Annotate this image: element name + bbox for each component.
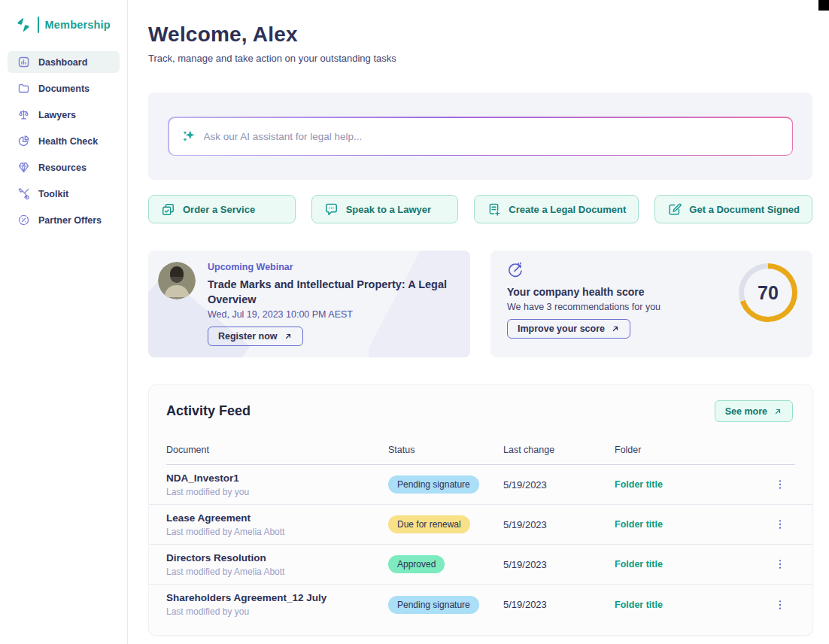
status-badge: Pending signature bbox=[388, 596, 479, 614]
quick-actions-row: Order a Service Speak to a Lawyer Create… bbox=[148, 195, 812, 223]
improve-score-label: Improve your score bbox=[518, 324, 605, 334]
health-score-ring-inner: 70 bbox=[744, 269, 792, 317]
document-title: Directors Resolution bbox=[166, 552, 388, 564]
document-title: Shareholders Agreement_12 July bbox=[166, 592, 388, 603]
last-change-date: 5/19/2023 bbox=[503, 599, 615, 610]
webinar-eyebrow: Upcoming Webinar bbox=[208, 262, 456, 272]
order-service-icon bbox=[161, 202, 175, 217]
create-legal-document-button[interactable]: Create a Legal Document bbox=[474, 195, 639, 223]
quick-action-label: Speak to a Lawyer bbox=[346, 204, 431, 215]
document-modified: Last modified by you bbox=[166, 487, 388, 497]
table-row: NDA_Investor1 Last modified by you Pendi… bbox=[149, 465, 812, 505]
sidebar-nav: Dashboard Documents Lawyers Health Check bbox=[0, 51, 127, 231]
app-logo[interactable]: Membership bbox=[0, 17, 127, 33]
chat-bubble-icon bbox=[324, 202, 339, 217]
order-service-button[interactable]: Order a Service bbox=[148, 195, 296, 223]
table-row: Lease Agreement Last modified by Amelia … bbox=[149, 505, 812, 545]
document-modified: Last modified by Amelia Abott bbox=[166, 527, 388, 537]
table-row: Directors Resolution Last modified by Am… bbox=[149, 545, 812, 585]
ai-assistant-input[interactable] bbox=[169, 118, 792, 155]
webinar-title: Trade Marks and Intellectual Property: A… bbox=[208, 277, 456, 307]
page-subtitle: Track, manage and take action on your ou… bbox=[148, 53, 812, 64]
sidebar-item-toolkit[interactable]: Toolkit bbox=[8, 183, 120, 205]
webinar-body: Upcoming Webinar Trade Marks and Intelle… bbox=[208, 262, 456, 346]
folder-link[interactable]: Folder title bbox=[615, 559, 773, 570]
webinar-speaker-avatar bbox=[158, 262, 196, 299]
health-score-value: 70 bbox=[758, 282, 779, 304]
register-now-button[interactable]: Register now bbox=[208, 327, 303, 346]
ai-assistant-panel bbox=[148, 93, 812, 180]
table-header-row: Document Status Last change Folder bbox=[149, 445, 812, 455]
folder-link[interactable]: Folder title bbox=[615, 519, 773, 530]
folder-link[interactable]: Folder title bbox=[615, 479, 773, 490]
activity-feed-card: Activity Feed See more Document Status L… bbox=[148, 384, 813, 636]
sidebar-item-label: Health Check bbox=[38, 136, 98, 147]
last-change-date: 5/19/2023 bbox=[503, 559, 615, 570]
page-title: Welcome, Alex bbox=[148, 23, 812, 47]
kebab-menu-icon[interactable] bbox=[773, 557, 787, 571]
sidebar-item-dashboard[interactable]: Dashboard bbox=[8, 51, 120, 73]
sidebar-item-health-check[interactable]: Health Check bbox=[8, 130, 120, 152]
ai-sparkle-icon bbox=[181, 129, 196, 144]
folder-icon bbox=[17, 82, 30, 95]
document-title: NDA_Investor1 bbox=[166, 472, 388, 484]
sidebar-item-resources[interactable]: Resources bbox=[8, 156, 120, 178]
logo-divider bbox=[38, 17, 39, 33]
status-badge: Approved bbox=[388, 555, 445, 573]
sidebar-item-partner-offers[interactable]: Partner Offers bbox=[8, 209, 120, 231]
improve-score-button[interactable]: Improve your score bbox=[507, 319, 630, 339]
sidebar-item-label: Partner Offers bbox=[38, 215, 102, 226]
see-more-label: See more bbox=[725, 406, 767, 417]
get-document-signed-button[interactable]: Get a Document Signed bbox=[654, 195, 812, 223]
table-row: Shareholders Agreement_12 July Last modi… bbox=[149, 585, 812, 624]
sidebar-item-label: Documents bbox=[38, 84, 90, 94]
last-change-date: 5/19/2023 bbox=[503, 479, 615, 491]
sidebar-item-label: Resources bbox=[38, 163, 87, 173]
ai-input-gradient-border bbox=[168, 117, 793, 156]
kebab-menu-icon[interactable] bbox=[773, 598, 787, 612]
last-change-date: 5/19/2023 bbox=[503, 519, 615, 530]
sidebar-item-label: Dashboard bbox=[38, 57, 87, 68]
health-score-ring: 70 bbox=[739, 263, 797, 322]
kebab-menu-icon[interactable] bbox=[773, 518, 787, 531]
column-header-status: Status bbox=[388, 445, 503, 455]
status-badge: Due for renewal bbox=[388, 515, 470, 533]
kebab-menu-icon[interactable] bbox=[773, 478, 787, 491]
info-cards-row: Upcoming Webinar Trade Marks and Intelle… bbox=[148, 251, 812, 357]
arrow-up-right-icon bbox=[773, 407, 782, 416]
quick-action-label: Create a Legal Document bbox=[509, 204, 626, 215]
column-header-last-change: Last change bbox=[503, 445, 615, 455]
status-badge: Pending signature bbox=[388, 475, 479, 494]
register-now-label: Register now bbox=[218, 331, 278, 342]
membership-logo-icon bbox=[15, 17, 32, 33]
document-plus-icon bbox=[487, 202, 501, 217]
signature-pen-icon bbox=[667, 202, 682, 217]
bar-chart-icon bbox=[17, 56, 30, 68]
dashboard-page: Membership Dashboard Documents Lawyers bbox=[0, 0, 829, 644]
sidebar-item-lawyers[interactable]: Lawyers bbox=[8, 104, 120, 126]
sidebar-item-label: Lawyers bbox=[38, 110, 76, 120]
column-header-folder: Folder bbox=[615, 445, 773, 455]
logo-wordmark: Membership bbox=[45, 19, 111, 31]
speak-to-lawyer-button[interactable]: Speak to a Lawyer bbox=[311, 195, 459, 223]
folder-link[interactable]: Folder title bbox=[615, 600, 773, 610]
pie-chart-icon bbox=[17, 135, 30, 147]
screen-corner-artifact bbox=[818, 0, 829, 11]
webinar-datetime: Wed, Jul 19, 2023 10:00 PM AEST bbox=[208, 309, 456, 320]
tools-icon bbox=[17, 187, 30, 200]
scales-icon bbox=[17, 108, 30, 121]
quick-action-label: Order a Service bbox=[183, 204, 255, 215]
activity-feed-header: Activity Feed See more bbox=[149, 400, 812, 422]
document-title: Lease Agreement bbox=[166, 512, 388, 524]
activity-feed-title: Activity Feed bbox=[166, 403, 251, 419]
document-modified: Last modified by Amelia Abott bbox=[166, 567, 388, 577]
sidebar-item-documents[interactable]: Documents bbox=[8, 77, 120, 99]
see-more-button[interactable]: See more bbox=[715, 400, 793, 422]
main-content: Welcome, Alex Track, manage and take act… bbox=[128, 0, 829, 644]
document-modified: Last modified by you bbox=[166, 606, 388, 617]
sidebar-item-label: Toolkit bbox=[38, 189, 68, 199]
health-score-card: Your company health score We have 3 reco… bbox=[490, 251, 812, 357]
webinar-card: Upcoming Webinar Trade Marks and Intelle… bbox=[148, 251, 470, 357]
column-header-document: Document bbox=[166, 445, 388, 455]
ai-input-wrapper bbox=[169, 118, 792, 155]
